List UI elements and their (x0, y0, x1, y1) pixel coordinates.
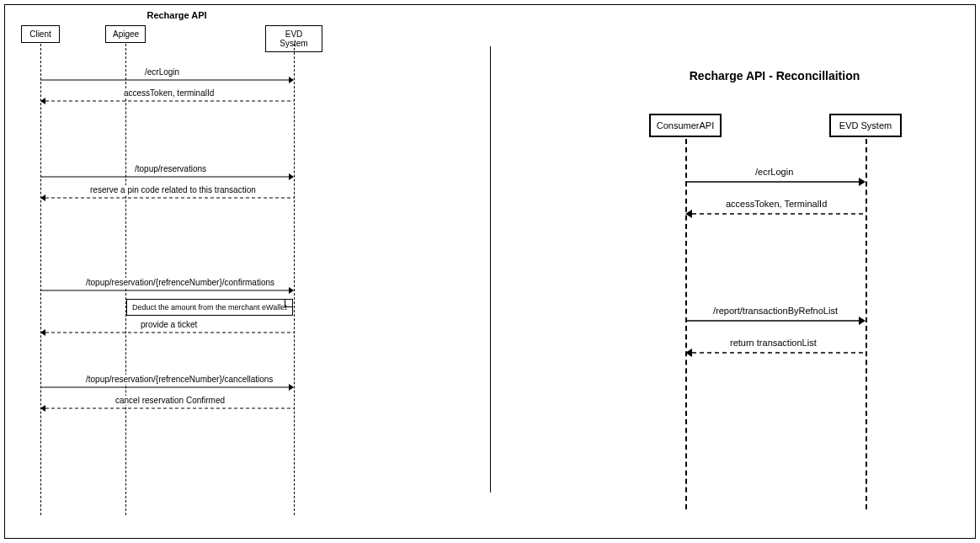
msg-label: /ecrLogin (754, 167, 795, 177)
lifeline (865, 139, 867, 509)
svg-marker-15 (40, 405, 45, 412)
arrow (685, 348, 865, 358)
msg-label: accessToken, TerminalId (724, 199, 828, 209)
arrow (685, 177, 865, 187)
svg-marker-19 (685, 210, 692, 218)
msg-label: cancel reservation Confirmed (114, 396, 226, 405)
arrow (685, 209, 865, 219)
arrow (40, 173, 294, 181)
arrow (40, 404, 294, 413)
svg-marker-7 (40, 194, 45, 201)
arrow (40, 76, 294, 84)
msg-label: /topup/reservations (133, 164, 208, 173)
participant-consumerapi: ConsumerAPI (649, 114, 722, 137)
participant-evd-right: EVD System (829, 114, 902, 137)
arrow (40, 328, 294, 337)
arrow (40, 286, 294, 295)
msg-label: reserve a pin code related to this trans… (88, 185, 258, 194)
svg-marker-23 (685, 349, 692, 357)
center-divider (490, 46, 491, 492)
msg-label: /topup/reservation/{refrenceNumber}/canc… (84, 375, 274, 384)
note-box: Deduct the amount from the merchant eWal… (126, 299, 293, 316)
page: Recharge API Client Apigee EVD System /e… (0, 0, 980, 543)
msg-label: /topup/reservation/{refrenceNumber}/conf… (84, 278, 276, 287)
svg-marker-5 (289, 173, 294, 180)
participant-client: Client (21, 25, 60, 43)
svg-marker-17 (859, 178, 865, 186)
lifeline (40, 44, 41, 515)
svg-marker-1 (289, 77, 294, 83)
arrow (40, 383, 294, 391)
msg-label: accessToken, terminalId (122, 88, 216, 98)
svg-marker-13 (289, 384, 294, 391)
msg-label: /ecrLogin (143, 67, 181, 77)
arrow (685, 316, 865, 326)
msg-label: return transactionList (728, 338, 818, 348)
left-title: Recharge API (126, 10, 227, 20)
svg-marker-21 (859, 317, 865, 325)
lifeline (294, 44, 295, 515)
arrow (40, 194, 294, 202)
msg-label: /report/transactionByRefnoList (711, 306, 839, 316)
svg-marker-3 (40, 98, 45, 104)
arrow (40, 97, 294, 105)
svg-marker-9 (289, 287, 294, 294)
participant-apigee: Apigee (105, 25, 146, 43)
svg-marker-11 (40, 329, 45, 336)
right-title: Recharge API - Reconcillaition (665, 69, 884, 83)
msg-label: provide a ticket (139, 320, 199, 329)
